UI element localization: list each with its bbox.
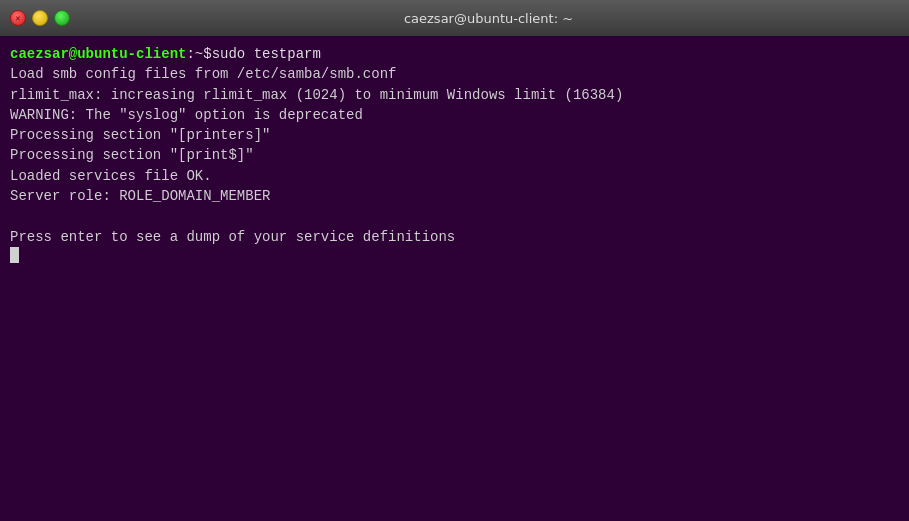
window-title: caezsar@ubuntu-client: ~ xyxy=(78,11,899,26)
terminal-cursor xyxy=(10,247,19,263)
cursor-line xyxy=(10,247,899,263)
prompt-user-host: caezsar@ubuntu-client xyxy=(10,44,186,64)
window-controls: ✕ xyxy=(10,10,70,26)
output-line-8: Press enter to see a dump of your servic… xyxy=(10,227,899,247)
output-line-1: Load smb config files from /etc/samba/sm… xyxy=(10,64,899,84)
maximize-button[interactable] xyxy=(54,10,70,26)
blank-line xyxy=(10,206,899,226)
terminal-body[interactable]: caezsar@ubuntu-client:~$ sudo testparm L… xyxy=(0,36,909,521)
command-prompt-line: caezsar@ubuntu-client:~$ sudo testparm xyxy=(10,44,899,64)
terminal-window: ✕ caezsar@ubuntu-client: ~ caezsar@ubunt… xyxy=(0,0,909,521)
prompt-path: :~$ xyxy=(186,44,211,64)
output-line-2: rlimit_max: increasing rlimit_max (1024)… xyxy=(10,85,899,105)
minimize-button[interactable] xyxy=(32,10,48,26)
close-button[interactable]: ✕ xyxy=(10,10,26,26)
output-line-6: Loaded services file OK. xyxy=(10,166,899,186)
output-line-3: WARNING: The "syslog" option is deprecat… xyxy=(10,105,899,125)
prompt-command: sudo testparm xyxy=(212,44,321,64)
output-line-5: Processing section "[print$]" xyxy=(10,145,899,165)
output-line-7: Server role: ROLE_DOMAIN_MEMBER xyxy=(10,186,899,206)
output-line-4: Processing section "[printers]" xyxy=(10,125,899,145)
title-bar: ✕ caezsar@ubuntu-client: ~ xyxy=(0,0,909,36)
